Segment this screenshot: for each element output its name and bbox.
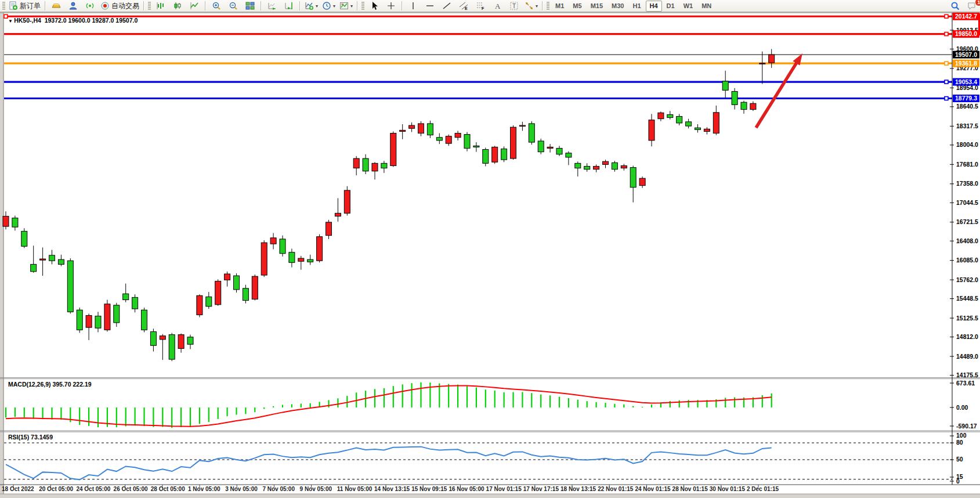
search-icon: [950, 1, 960, 10]
svg-text:E: E: [465, 6, 468, 10]
time-tick-label: 24 Oct 05:00: [76, 486, 110, 492]
timeframe-H1[interactable]: H1: [628, 1, 645, 12]
chat-button[interactable]: 1: [964, 0, 980, 12]
chevron-down-icon: ▾: [350, 3, 353, 9]
signals-button[interactable]: [82, 0, 98, 12]
templates-button[interactable]: ▾: [338, 0, 355, 12]
time-tick-label: 24 Nov 01:15: [635, 486, 671, 492]
line-handle[interactable]: [945, 80, 948, 84]
line-handle[interactable]: [945, 15, 948, 18]
timeframe-M30[interactable]: M30: [607, 1, 628, 12]
timeframe-M15[interactable]: M15: [587, 1, 607, 12]
toolbar-drag-handle[interactable]: [361, 1, 364, 10]
time-tick-label: 16 Nov 05:00: [449, 486, 484, 492]
arrows-button[interactable]: ▾: [523, 0, 540, 12]
svg-text:19053.4: 19053.4: [955, 78, 977, 85]
price-tick-label: 16721.5: [956, 218, 978, 225]
toolbar-separator: [205, 1, 206, 10]
line-handle[interactable]: [945, 97, 948, 100]
candle: [261, 240, 267, 277]
toolbar-drag-handle[interactable]: [2, 1, 5, 10]
candle-chart-button[interactable]: [169, 0, 186, 12]
toolbar: 新订单自动交易▾▾▾EFAT▾M1M5M15M30H1H4D1W1MN1: [0, 0, 980, 12]
gold-deposit-button[interactable]: [48, 0, 64, 12]
symbol-dropdown-icon[interactable]: ▼: [8, 19, 14, 24]
candle: [77, 308, 82, 333]
time-tick-label: 11 Nov 05:00: [337, 486, 373, 492]
auto-scroll-button[interactable]: [264, 0, 280, 12]
zoom-out-icon: [229, 1, 238, 10]
candle: [169, 333, 175, 361]
new-order-label: 新订单: [20, 1, 41, 11]
text-button[interactable]: A: [489, 0, 505, 12]
toolbar-separator: [357, 1, 358, 10]
chart-shift-button[interactable]: [281, 0, 297, 12]
autotrading-button[interactable]: 自动交易: [99, 0, 141, 12]
candle: [317, 234, 323, 263]
new-chart-button[interactable]: ▾: [303, 0, 320, 12]
timeframe-M1[interactable]: M1: [551, 1, 568, 12]
fibonacci-button[interactable]: F: [472, 0, 489, 12]
price-tick-label: 15762.0: [956, 276, 978, 283]
channel-icon: E: [459, 1, 468, 10]
equidistant-channel-button[interactable]: E: [455, 0, 472, 12]
price-tick-label: 15125.5: [956, 315, 978, 322]
price-label-19053.4: 19053.4: [953, 78, 979, 86]
time-tick-label: 2 Dec 01:15: [747, 486, 779, 492]
toolbar-drag-handle[interactable]: [148, 1, 151, 10]
horizontal-line-button[interactable]: [422, 0, 438, 12]
toolbar-drag-handle[interactable]: [547, 1, 549, 10]
new-order-button[interactable]: 新订单: [7, 0, 42, 12]
timeframe-H4[interactable]: H4: [646, 1, 662, 12]
vertical-line-button[interactable]: [405, 0, 421, 12]
tile-windows-button[interactable]: [242, 0, 258, 12]
toolbar-separator: [143, 1, 144, 10]
crosshair-button[interactable]: [383, 0, 399, 12]
trendline-button[interactable]: [439, 0, 455, 12]
timeframe-D1[interactable]: D1: [663, 1, 679, 12]
timeframe-W1[interactable]: W1: [679, 1, 697, 12]
candle: [344, 186, 350, 216]
toolbar-separator: [299, 1, 301, 10]
candle: [511, 125, 516, 160]
rsi-tick-label: 100: [956, 432, 967, 439]
time-tick-label: 28 Oct 05:00: [151, 486, 185, 492]
candle: [483, 147, 489, 166]
line-handle[interactable]: [4, 15, 8, 18]
line-handle[interactable]: [945, 33, 948, 36]
svg-text:19507.0: 19507.0: [955, 51, 977, 58]
price-tick-label: 14489.0: [956, 353, 978, 360]
vline-icon: [408, 1, 418, 10]
bar-chart-button[interactable]: [153, 0, 169, 12]
time-tick-label: 17 Nov 17:15: [523, 486, 559, 492]
line-chart-button[interactable]: [186, 0, 202, 12]
community-button[interactable]: [65, 0, 81, 12]
cursor-button[interactable]: [366, 0, 382, 12]
time-tick-label: 3 Nov 05:00: [225, 486, 258, 492]
chart-canvas[interactable]: 19913.519600.019277.018954.018640.518317…: [0, 0, 980, 498]
bar-chart-icon: [156, 1, 165, 10]
person-icon: [68, 1, 78, 10]
crosshair-icon: [386, 1, 396, 10]
timeframe-M5[interactable]: M5: [569, 1, 585, 12]
line-handle[interactable]: [945, 62, 948, 65]
timeframe-MN[interactable]: MN: [697, 1, 715, 12]
profiles-button[interactable]: ▾: [320, 0, 337, 12]
price-label-20142.7: 20142.7: [953, 13, 979, 20]
time-tick-label: 20 Oct 05:00: [39, 486, 73, 492]
time-axis: 18 Oct 202220 Oct 05:0024 Oct 05:0026 Oc…: [2, 485, 779, 492]
candle: [464, 132, 470, 151]
rsi-indicator-label: RSI(15) 73.1459: [8, 434, 53, 441]
text-label-button[interactable]: T: [506, 0, 522, 12]
chart-background[interactable]: [4, 13, 980, 494]
toolbar-separator: [45, 1, 46, 10]
price-tick-label: 16408.0: [956, 237, 978, 244]
zoom-out-button[interactable]: [225, 0, 241, 12]
svg-text:A: A: [495, 2, 501, 10]
symbol-name: HK50-,H4: [14, 17, 41, 24]
price-tick-label: 18317.5: [956, 122, 978, 129]
svg-text:19850.0: 19850.0: [955, 30, 977, 37]
time-tick-label: 17 Nov 01:15: [486, 486, 522, 492]
zoom-in-button[interactable]: [208, 0, 225, 12]
search-button[interactable]: [947, 0, 963, 12]
